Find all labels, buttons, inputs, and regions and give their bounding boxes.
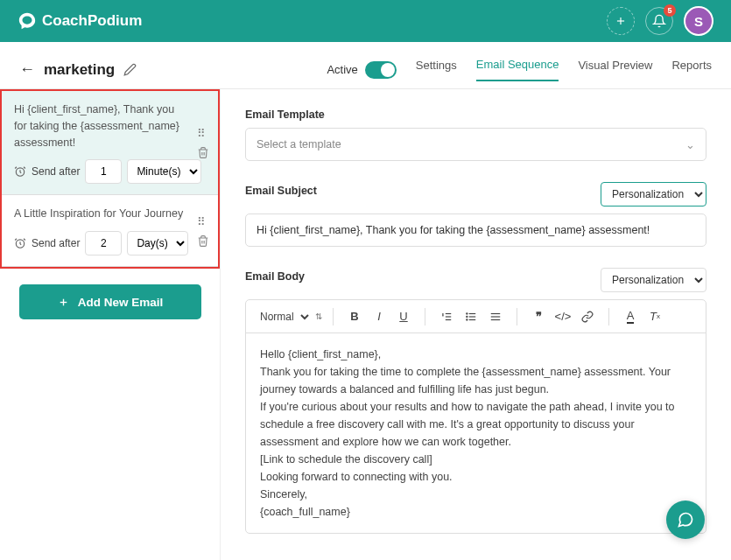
clock-icon xyxy=(14,237,26,249)
editor-toolbar: Normal ⇅ B I U xyxy=(246,300,706,333)
underline-button[interactable]: U xyxy=(393,306,414,327)
send-after-row: Send after Day(s) xyxy=(14,231,206,256)
personalization-select-body[interactable]: Personalization xyxy=(601,268,706,292)
send-after-row: Send after Minute(s) xyxy=(14,159,206,184)
separator xyxy=(517,308,517,326)
app-header: CoachPodium 5 S xyxy=(0,0,731,42)
help-fab[interactable] xyxy=(666,500,705,539)
separator xyxy=(425,308,425,326)
separator xyxy=(608,308,609,326)
template-placeholder: Select a template xyxy=(257,138,341,150)
body-section: Email Body Personalization Normal ⇅ B I … xyxy=(245,268,706,534)
delay-unit-select[interactable]: Minute(s) xyxy=(127,159,201,184)
add-new-email-button[interactable]: Add New Email xyxy=(19,284,201,319)
trash-icon[interactable] xyxy=(197,147,209,159)
page-title: marketing xyxy=(44,61,115,79)
chevron-down-icon: ⌄ xyxy=(685,138,695,151)
subject-label: Email Subject xyxy=(245,185,317,197)
main: Hi {client_first_name}, Thank you for ta… xyxy=(0,89,731,560)
card-icons: ⠿ xyxy=(197,127,209,159)
add-email-label: Add New Email xyxy=(78,296,164,309)
personalization-select-subject[interactable]: Personalization xyxy=(601,182,706,206)
editor-body[interactable]: Hello {client_first_name}, Thank you for… xyxy=(246,333,706,533)
edit-icon[interactable] xyxy=(123,63,137,76)
plus-icon xyxy=(615,15,627,27)
svg-point-12 xyxy=(467,312,467,313)
template-label: Email Template xyxy=(245,108,706,121)
email-list: Hi {client_first_name}, Thank you for ta… xyxy=(0,89,220,269)
sidebar: Hi {client_first_name}, Thank you for ta… xyxy=(0,89,221,560)
unordered-list-button[interactable] xyxy=(460,306,481,327)
italic-button[interactable]: I xyxy=(369,306,390,327)
delay-unit-select[interactable]: Day(s) xyxy=(127,231,188,256)
subject-section: Email Subject Personalization xyxy=(245,182,706,247)
header-actions: 5 S xyxy=(607,6,713,36)
add-button[interactable] xyxy=(607,7,635,35)
clock-icon xyxy=(14,165,26,178)
drag-handle-icon[interactable]: ⠿ xyxy=(197,127,209,140)
back-arrow-icon[interactable]: ← xyxy=(19,60,35,79)
svg-point-14 xyxy=(467,318,467,319)
send-after-label: Send after xyxy=(32,165,80,178)
align-button[interactable] xyxy=(485,306,506,327)
align-icon xyxy=(489,311,502,323)
brand-logo: CoachPodium xyxy=(18,11,142,31)
delay-value-input[interactable] xyxy=(85,231,122,256)
active-label: Active xyxy=(327,63,357,76)
unordered-list-icon xyxy=(465,311,477,323)
format-select[interactable]: Normal xyxy=(257,310,312,324)
trash-icon[interactable] xyxy=(197,234,209,247)
tab-settings[interactable]: Settings xyxy=(416,59,457,80)
template-select[interactable]: Select a template ⌄ xyxy=(245,128,706,161)
link-button[interactable] xyxy=(577,306,598,327)
send-after-label: Send after xyxy=(32,237,80,249)
tab-reports[interactable]: Reports xyxy=(671,59,712,80)
bold-button[interactable]: B xyxy=(344,306,365,327)
subject-input[interactable] xyxy=(245,214,706,247)
email-card-title: A Little Inspiration for Your Journey xyxy=(14,206,206,222)
subheader: ← marketing Active Settings Email Sequen… xyxy=(0,42,731,89)
email-card-title: Hi {client_first_name}, Thank you for ta… xyxy=(14,102,206,150)
brand-name: CoachPodium xyxy=(42,12,142,30)
chevron-updown-icon: ⇅ xyxy=(315,312,322,321)
quote-button[interactable]: ❞ xyxy=(528,306,549,327)
body-label: Email Body xyxy=(245,270,305,283)
svg-point-13 xyxy=(467,316,467,317)
ordered-list-button[interactable] xyxy=(436,306,457,327)
bell-icon xyxy=(652,14,666,28)
content: Email Template Select a template ⌄ Email… xyxy=(221,89,731,560)
active-toggle-group: Active xyxy=(327,61,396,79)
rich-text-editor: Normal ⇅ B I U xyxy=(245,299,706,534)
logo-icon xyxy=(18,11,37,31)
link-icon xyxy=(581,311,594,323)
template-section: Email Template Select a template ⌄ xyxy=(245,108,706,161)
code-button[interactable]: </> xyxy=(552,306,573,327)
separator xyxy=(333,308,334,326)
tabs-row: Active Settings Email Sequence Visual Pr… xyxy=(327,58,712,81)
avatar[interactable]: S xyxy=(684,6,713,36)
active-toggle[interactable] xyxy=(365,61,397,79)
tab-visual-preview[interactable]: Visual Preview xyxy=(578,59,652,80)
tab-email-sequence[interactable]: Email Sequence xyxy=(476,58,559,81)
card-icons: ⠿ xyxy=(197,214,209,247)
plus-icon xyxy=(58,297,69,308)
email-card[interactable]: Hi {client_first_name}, Thank you for ta… xyxy=(2,91,218,195)
notifications-button[interactable]: 5 xyxy=(645,7,673,35)
clear-format-button[interactable]: Tx xyxy=(644,306,665,327)
drag-handle-icon[interactable]: ⠿ xyxy=(197,214,209,228)
ordered-list-icon xyxy=(440,311,453,323)
chat-icon xyxy=(677,511,694,528)
text-color-button[interactable]: A xyxy=(620,306,641,327)
email-card[interactable]: A Little Inspiration for Your Journey ⠿ … xyxy=(2,195,218,267)
notification-badge: 5 xyxy=(664,4,676,17)
breadcrumb: ← marketing xyxy=(19,60,137,79)
delay-value-input[interactable] xyxy=(85,159,122,184)
